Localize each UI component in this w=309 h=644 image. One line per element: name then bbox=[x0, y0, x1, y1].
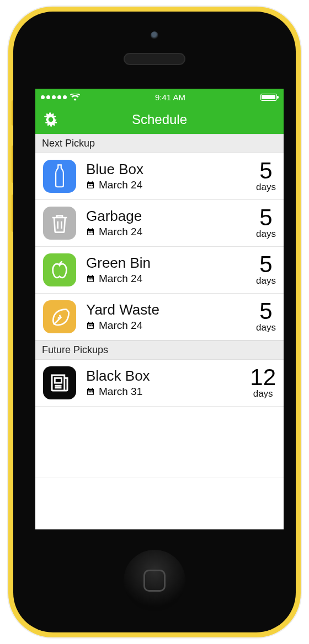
row-countdown: 5days bbox=[251, 300, 276, 333]
row-date-text: March 24 bbox=[99, 320, 142, 332]
row-unit: days bbox=[256, 182, 276, 193]
status-time: 9:41 AM bbox=[155, 93, 185, 102]
home-square-icon bbox=[143, 570, 166, 592]
trash-icon bbox=[43, 207, 76, 240]
row-date-text: March 24 bbox=[99, 226, 142, 238]
phone-frame: 9:41 AM Schedule Next PickupBlue BoxMarc… bbox=[8, 7, 301, 637]
row-garbage[interactable]: GarbageMarch 245days bbox=[35, 200, 284, 247]
row-title: Yard Waste bbox=[86, 302, 251, 318]
row-countdown: 5days bbox=[251, 160, 276, 193]
row-main: Yard WasteMarch 24 bbox=[86, 302, 251, 332]
row-title: Green Bin bbox=[86, 255, 251, 271]
row-blue-box[interactable]: Blue BoxMarch 245days bbox=[35, 153, 284, 200]
section-header: Next Pickup bbox=[35, 134, 284, 153]
empty-space bbox=[35, 407, 284, 478]
row-date: March 24 bbox=[86, 179, 251, 191]
row-count: 5 bbox=[256, 300, 276, 322]
battery-icon bbox=[260, 94, 277, 101]
calendar-icon bbox=[86, 274, 95, 283]
phone-bezel: 9:41 AM Schedule Next PickupBlue BoxMarc… bbox=[13, 12, 296, 632]
row-black-box[interactable]: Black BoxMarch 3112days bbox=[35, 360, 284, 407]
nav-bar: Schedule bbox=[35, 105, 284, 134]
row-count: 5 bbox=[256, 207, 276, 229]
row-count: 12 bbox=[250, 366, 276, 388]
row-date: March 24 bbox=[86, 226, 251, 238]
status-bar: 9:41 AM bbox=[35, 89, 284, 105]
screen: 9:41 AM Schedule Next PickupBlue BoxMarc… bbox=[35, 89, 284, 529]
row-countdown: 5days bbox=[251, 253, 276, 286]
apple-icon bbox=[43, 253, 76, 286]
camera bbox=[151, 31, 158, 39]
row-main: Blue BoxMarch 24 bbox=[86, 161, 251, 191]
row-title: Garbage bbox=[86, 208, 251, 224]
row-main: Black BoxMarch 31 bbox=[86, 368, 244, 398]
signal-dots-icon bbox=[41, 95, 67, 99]
row-date: March 24 bbox=[86, 273, 251, 285]
row-title: Blue Box bbox=[86, 161, 251, 177]
row-yard-waste[interactable]: Yard WasteMarch 245days bbox=[35, 294, 284, 340]
row-main: Green BinMarch 24 bbox=[86, 255, 251, 285]
row-unit: days bbox=[256, 275, 276, 286]
bottle-icon bbox=[43, 160, 76, 193]
row-date: March 31 bbox=[86, 386, 244, 398]
settings-button[interactable] bbox=[42, 111, 60, 128]
row-title: Black Box bbox=[86, 368, 244, 384]
wifi-icon bbox=[70, 94, 80, 101]
section-header: Future Pickups bbox=[35, 340, 284, 360]
calendar-icon bbox=[86, 181, 95, 190]
row-countdown: 12days bbox=[244, 366, 276, 399]
row-unit: days bbox=[256, 229, 276, 240]
calendar-icon bbox=[86, 228, 95, 236]
row-unit: days bbox=[256, 322, 276, 333]
row-date-text: March 24 bbox=[99, 179, 142, 191]
gear-icon bbox=[44, 112, 58, 127]
row-count: 5 bbox=[256, 253, 276, 275]
page-title: Schedule bbox=[132, 112, 187, 127]
schedule-list[interactable]: Next PickupBlue BoxMarch 245daysGarbageM… bbox=[35, 134, 284, 478]
row-main: GarbageMarch 24 bbox=[86, 208, 251, 238]
news-icon bbox=[43, 366, 76, 399]
row-green-bin[interactable]: Green BinMarch 245days bbox=[35, 247, 284, 294]
calendar-icon bbox=[86, 321, 95, 330]
earpiece bbox=[124, 53, 185, 65]
row-count: 5 bbox=[256, 160, 276, 182]
row-date-text: March 31 bbox=[99, 386, 142, 398]
row-date: March 24 bbox=[86, 320, 251, 332]
calendar-icon bbox=[86, 387, 95, 396]
row-countdown: 5days bbox=[251, 207, 276, 240]
row-unit: days bbox=[250, 388, 276, 399]
leaf-icon bbox=[43, 300, 76, 333]
row-date-text: March 24 bbox=[99, 273, 142, 285]
home-button[interactable] bbox=[124, 550, 185, 611]
